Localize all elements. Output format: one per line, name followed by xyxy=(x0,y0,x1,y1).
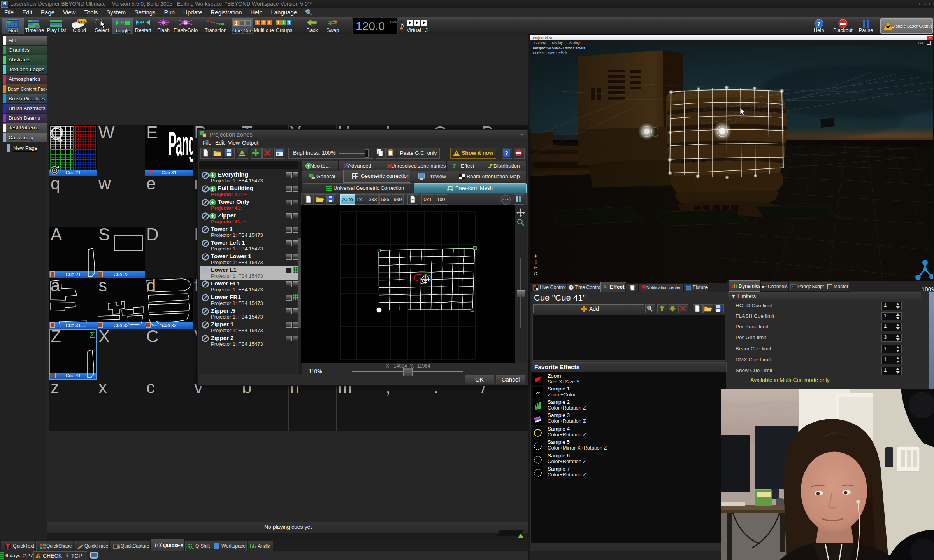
svg-text:1: 1 xyxy=(235,21,237,25)
svg-text:1: 1 xyxy=(277,21,279,25)
svg-text:3: 3 xyxy=(268,20,270,25)
svg-text:1: 1 xyxy=(288,21,290,25)
svg-text:?: ? xyxy=(817,20,820,27)
svg-text:1: 1 xyxy=(256,20,259,25)
svg-text:S: S xyxy=(184,20,187,25)
svg-text:FX: FX xyxy=(154,542,162,548)
svg-text:1: 1 xyxy=(283,21,285,25)
svg-text:beta: beta xyxy=(78,19,86,23)
svg-text:HD: HD xyxy=(118,546,120,548)
svg-text:2: 2 xyxy=(262,20,265,25)
svg-text:!: ! xyxy=(38,555,39,558)
